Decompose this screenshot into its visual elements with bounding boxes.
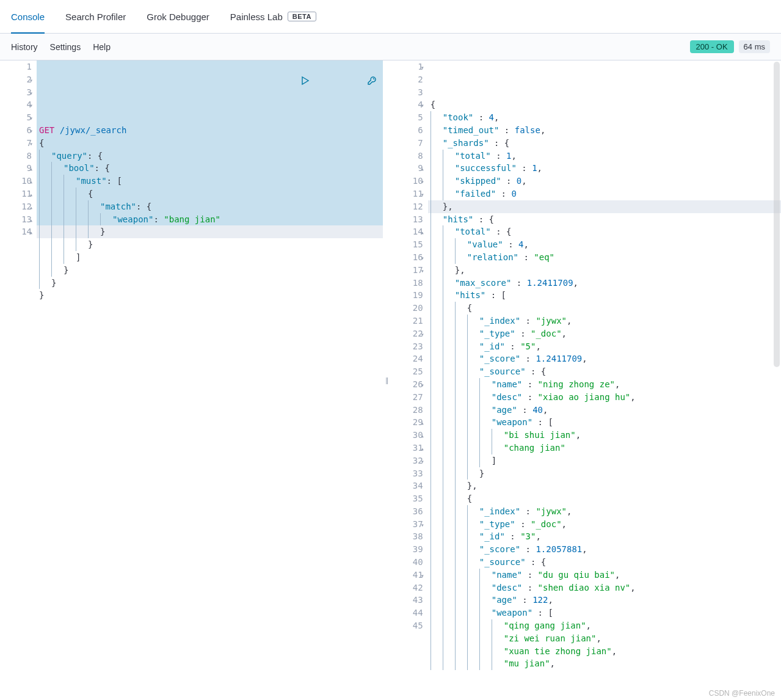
fold-arrow-icon[interactable]: ▾ bbox=[29, 138, 33, 151]
sub-left: History Settings Help bbox=[11, 42, 111, 52]
response-code[interactable]: {"took" : 4,"timed_out" : false,"_shards… bbox=[428, 60, 781, 700]
status-badge: 200 - OK bbox=[690, 40, 734, 53]
fold-arrow-icon[interactable]: ▾ bbox=[421, 379, 424, 392]
help-link[interactable]: Help bbox=[93, 42, 111, 52]
line-number: 33 bbox=[391, 467, 423, 480]
line-number: 23 bbox=[391, 340, 423, 353]
code-line: "_score" : 1.2411709, bbox=[430, 352, 781, 365]
line-number: 37▾ bbox=[391, 518, 423, 531]
code-line: { bbox=[430, 302, 781, 315]
http-path: /jywx/_search bbox=[60, 125, 127, 135]
fold-arrow-icon[interactable]: ▾ bbox=[29, 100, 33, 112]
fold-arrow-icon[interactable]: ▴ bbox=[421, 443, 424, 456]
line-number: 28 bbox=[391, 404, 423, 417]
http-method: GET bbox=[39, 125, 54, 135]
code-line: "_id" : "5", bbox=[430, 340, 781, 353]
line-number: 11▾ bbox=[391, 188, 423, 200]
line-number: 41▾ bbox=[391, 569, 423, 582]
code-line: { bbox=[39, 188, 383, 200]
fold-arrow-icon[interactable]: ▴ bbox=[29, 202, 33, 214]
fold-arrow-icon[interactable]: ▾ bbox=[421, 176, 424, 189]
code-line: "total" : 1, bbox=[430, 150, 781, 162]
line-number: 4▾ bbox=[391, 98, 423, 111]
line-number: 6▾ bbox=[0, 124, 32, 137]
line-number: 14▴ bbox=[391, 225, 423, 238]
code-line: "hits" : [ bbox=[430, 289, 781, 302]
line-number: 9▴ bbox=[0, 162, 32, 175]
fold-arrow-icon[interactable]: ▾ bbox=[29, 125, 33, 138]
code-line: ] bbox=[430, 454, 781, 467]
code-line: "weapon" : [ bbox=[430, 607, 781, 619]
fold-arrow-icon[interactable]: ▾ bbox=[29, 75, 33, 87]
code-line: "hits" : { bbox=[430, 213, 781, 226]
code-line: }, bbox=[430, 479, 781, 492]
fold-arrow-icon[interactable]: ▴ bbox=[421, 163, 424, 176]
fold-arrow-icon[interactable]: ▾ bbox=[421, 456, 424, 468]
line-number: 26▾ bbox=[391, 378, 423, 391]
fold-arrow-icon[interactable]: ▴ bbox=[421, 430, 424, 443]
line-number: 27 bbox=[391, 391, 423, 404]
code-line: "query": { bbox=[39, 150, 383, 162]
fold-arrow-icon[interactable]: ▾ bbox=[29, 112, 33, 125]
fold-arrow-icon[interactable]: ▴ bbox=[29, 176, 33, 189]
code-line: "desc" : "xiao ao jiang hu", bbox=[430, 391, 781, 404]
history-link[interactable]: History bbox=[11, 42, 38, 52]
code-line: "skipped" : 0, bbox=[430, 175, 781, 188]
watermark: CSDN @FeenixOne bbox=[709, 689, 775, 698]
code-line: } bbox=[39, 277, 383, 290]
code-line: "total" : { bbox=[430, 225, 781, 238]
fold-arrow-icon[interactable]: ▴ bbox=[29, 189, 33, 202]
tab-search-profiler[interactable]: Search Profiler bbox=[65, 0, 126, 33]
play-icon[interactable] bbox=[249, 63, 310, 101]
line-number: 13 bbox=[391, 213, 423, 226]
fold-arrow-icon[interactable]: ▾ bbox=[421, 570, 424, 583]
fold-arrow-icon[interactable]: ▾ bbox=[421, 189, 424, 202]
request-code[interactable]: GET /jywx/_search{"query": {"bool": {"mu… bbox=[37, 60, 383, 700]
scrollbar-thumb[interactable] bbox=[774, 62, 780, 367]
fold-arrow-icon[interactable]: ▾ bbox=[421, 62, 424, 75]
tab-painless-lab[interactable]: Painless Lab BETA bbox=[230, 0, 316, 33]
tab-painless-lab-label: Painless Lab bbox=[230, 12, 283, 22]
line-number: 38 bbox=[391, 530, 423, 543]
line-number: 12▴ bbox=[0, 200, 32, 213]
fold-arrow-icon[interactable]: ▾ bbox=[421, 252, 424, 265]
code-line: "bi shui jian", bbox=[430, 429, 781, 442]
code-line: "zi wei ruan jian", bbox=[430, 632, 781, 645]
tabs-bar: Console Search Profiler Grok Debugger Pa… bbox=[0, 0, 781, 34]
code-line: } bbox=[39, 289, 383, 302]
fold-arrow-icon[interactable]: ▴ bbox=[29, 214, 33, 227]
line-number: 45 bbox=[391, 619, 423, 632]
code-line: } bbox=[430, 467, 781, 480]
line-number: 24 bbox=[391, 352, 423, 365]
line-number: 16▾ bbox=[391, 251, 423, 264]
fold-arrow-icon[interactable]: ▾ bbox=[421, 265, 424, 278]
fold-arrow-icon[interactable]: ▾ bbox=[29, 87, 33, 100]
tab-grok-debugger[interactable]: Grok Debugger bbox=[147, 0, 209, 33]
line-number: 40 bbox=[391, 556, 423, 569]
fold-arrow-icon[interactable]: ▴ bbox=[29, 227, 33, 239]
request-pane[interactable]: 12▾3▾4▾5▾6▾7▾89▴10▴11▴12▴13▴14▴ GET /jyw… bbox=[0, 60, 383, 700]
beta-badge: BETA bbox=[288, 12, 316, 21]
fold-arrow-icon[interactable]: ▾ bbox=[421, 519, 424, 532]
code-line: "age" : 40, bbox=[430, 404, 781, 417]
line-number: 2▾ bbox=[0, 73, 32, 86]
code-line: { bbox=[430, 98, 781, 111]
fold-arrow-icon[interactable]: ▴ bbox=[421, 417, 424, 430]
settings-link[interactable]: Settings bbox=[50, 42, 81, 52]
sub-bar: History Settings Help 200 - OK 64 ms bbox=[0, 34, 781, 60]
line-number: 3 bbox=[391, 86, 423, 99]
tab-console[interactable]: Console bbox=[11, 0, 45, 33]
fold-arrow-icon[interactable]: ▴ bbox=[421, 227, 424, 239]
timing-badge: 64 ms bbox=[739, 40, 770, 53]
line-number: 43 bbox=[391, 594, 423, 607]
line-number: 35 bbox=[391, 492, 423, 505]
wrench-icon[interactable] bbox=[315, 63, 376, 101]
splitter[interactable]: ‖ bbox=[383, 60, 391, 700]
code-line: { bbox=[430, 492, 781, 505]
code-line: "relation" : "eq" bbox=[430, 251, 781, 264]
fold-arrow-icon[interactable]: ▴ bbox=[29, 163, 33, 176]
fold-arrow-icon[interactable]: ▾ bbox=[421, 100, 424, 112]
code-line: "match": { bbox=[39, 200, 383, 213]
fold-arrow-icon[interactable]: ▾ bbox=[421, 329, 424, 341]
response-pane[interactable]: 1▾234▾56789▴10▾11▾121314▴1516▾17▾1819202… bbox=[391, 60, 781, 700]
